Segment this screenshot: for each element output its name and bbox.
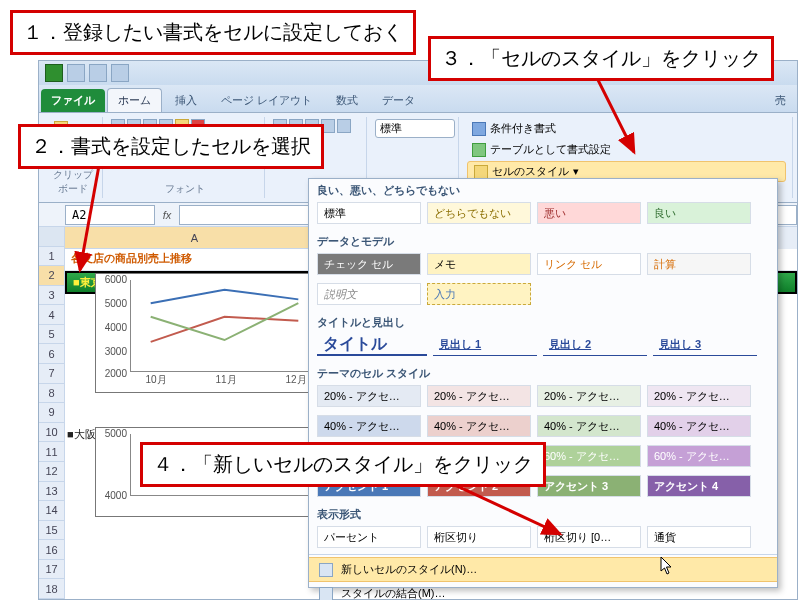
format-as-table-label: テーブルとして書式設定 bbox=[490, 142, 611, 157]
number-format-dropdown[interactable]: 標準 bbox=[375, 119, 455, 138]
style-standard[interactable]: 標準 bbox=[317, 202, 421, 224]
style-input[interactable]: 入力 bbox=[427, 283, 531, 305]
gallery-footer: 新しいセルのスタイル(N)… スタイルの結合(M)… bbox=[309, 554, 777, 600]
conditional-formatting-button[interactable]: 条件付き書式 bbox=[467, 119, 786, 138]
fx-icon[interactable]: fx bbox=[155, 209, 179, 221]
style-accent-20[interactable]: 20% - アクセ… bbox=[317, 385, 421, 407]
style-accent-3[interactable]: アクセント 3 bbox=[537, 475, 641, 497]
chart-lines bbox=[131, 280, 318, 371]
row-header[interactable]: 17 bbox=[39, 560, 65, 580]
cell-styles-icon bbox=[474, 165, 488, 179]
row-header[interactable]: 11 bbox=[39, 442, 65, 462]
callout-3: ３．「セルのスタイル」をクリック bbox=[428, 36, 774, 81]
chevron-down-icon: ▾ bbox=[573, 165, 579, 178]
style-calc[interactable]: 計算 bbox=[647, 253, 751, 275]
style-accent-20[interactable]: 20% - アクセ… bbox=[537, 385, 641, 407]
style-accent-20[interactable]: 20% - アクセ… bbox=[647, 385, 751, 407]
style-percent[interactable]: パーセント bbox=[317, 526, 421, 548]
row-header[interactable]: 5 bbox=[39, 325, 65, 345]
undo-icon[interactable] bbox=[89, 64, 107, 82]
callout-1: １．登録したい書式をセルに設定しておく bbox=[10, 10, 416, 55]
style-accent-60[interactable]: 60% - アクセ… bbox=[537, 445, 641, 467]
cell-styles-gallery: 良い、悪い、どちらでもない 標準 どちらでもない 悪い 良い データとモデル チ… bbox=[308, 178, 778, 588]
row-header[interactable]: 3 bbox=[39, 286, 65, 306]
merge-style-icon bbox=[319, 587, 333, 601]
name-box[interactable]: A2 bbox=[65, 205, 155, 225]
tab-data[interactable]: データ bbox=[371, 88, 426, 112]
style-comma-0[interactable]: 桁区切り [0… bbox=[537, 526, 641, 548]
style-comma[interactable]: 桁区切り bbox=[427, 526, 531, 548]
style-neutral[interactable]: どちらでもない bbox=[427, 202, 531, 224]
mouse-cursor bbox=[660, 556, 674, 576]
tab-insert[interactable]: 挿入 bbox=[164, 88, 208, 112]
conditional-format-label: 条件付き書式 bbox=[490, 121, 556, 136]
row-header[interactable]: 4 bbox=[39, 305, 65, 325]
row-header[interactable]: 13 bbox=[39, 482, 65, 502]
style-explanation[interactable]: 説明文 bbox=[317, 283, 421, 305]
style-link-cell[interactable]: リンク セル bbox=[537, 253, 641, 275]
row-header[interactable]: 9 bbox=[39, 403, 65, 423]
row-header[interactable]: 6 bbox=[39, 344, 65, 364]
style-accent-20[interactable]: 20% - アクセ… bbox=[427, 385, 531, 407]
row-header[interactable]: 18 bbox=[39, 579, 65, 599]
merge-icon[interactable] bbox=[337, 119, 351, 133]
style-memo[interactable]: メモ bbox=[427, 253, 531, 275]
row-header[interactable]: 1 bbox=[39, 247, 65, 267]
style-good[interactable]: 良い bbox=[647, 202, 751, 224]
row-header[interactable]: 10 bbox=[39, 423, 65, 443]
row-header[interactable]: 15 bbox=[39, 521, 65, 541]
gallery-section-header: データとモデル bbox=[309, 230, 777, 251]
gallery-section-header: テーマのセル スタイル bbox=[309, 362, 777, 383]
callout-2: ２．書式を設定したセルを選択 bbox=[18, 124, 324, 169]
ribbon-group-label: クリップボード bbox=[49, 168, 96, 196]
conditional-format-icon bbox=[472, 122, 486, 136]
style-check-cell[interactable]: チェック セル bbox=[317, 253, 421, 275]
redo-icon[interactable] bbox=[111, 64, 129, 82]
tab-home[interactable]: ホーム bbox=[107, 88, 162, 112]
new-cell-style-label: 新しいセルのスタイル(N)… bbox=[341, 562, 477, 577]
style-accent-60[interactable]: 60% - アクセ… bbox=[647, 445, 751, 467]
new-style-icon bbox=[319, 563, 333, 577]
save-icon[interactable] bbox=[67, 64, 85, 82]
style-accent-40[interactable]: 40% - アクセ… bbox=[317, 415, 421, 437]
ribbon-group-label: フォント bbox=[111, 182, 258, 196]
merge-styles-label: スタイルの結合(M)… bbox=[341, 586, 446, 600]
tab-file[interactable]: ファイル bbox=[41, 89, 105, 112]
row-header[interactable]: 12 bbox=[39, 462, 65, 482]
tab-formulas[interactable]: 数式 bbox=[325, 88, 369, 112]
excel-icon bbox=[45, 64, 63, 82]
style-heading-2[interactable]: 見出し 2 bbox=[543, 334, 647, 356]
gallery-section-header: 良い、悪い、どちらでもない bbox=[309, 179, 777, 200]
style-currency[interactable]: 通貨 bbox=[647, 526, 751, 548]
style-accent-4[interactable]: アクセント 4 bbox=[647, 475, 751, 497]
style-accent-40[interactable]: 40% - アクセ… bbox=[427, 415, 531, 437]
table-icon bbox=[472, 143, 486, 157]
embedded-chart-1[interactable]: 6000 5000 4000 3000 2000 10月 11月 12月 bbox=[95, 273, 325, 393]
row-header[interactable]: 8 bbox=[39, 384, 65, 404]
tab-page-layout[interactable]: ページ レイアウト bbox=[210, 88, 323, 112]
row-header[interactable]: 7 bbox=[39, 364, 65, 384]
tab-truncated: 売 bbox=[764, 88, 797, 112]
new-cell-style-menu-item[interactable]: 新しいセルのスタイル(N)… bbox=[309, 557, 777, 582]
style-heading-3[interactable]: 見出し 3 bbox=[653, 334, 757, 356]
gallery-section-header: タイトルと見出し bbox=[309, 311, 777, 332]
style-bad[interactable]: 悪い bbox=[537, 202, 641, 224]
style-title[interactable]: タイトル bbox=[317, 334, 427, 356]
row-headers: 1 2 3 4 5 6 7 8 9 10 11 12 13 14 15 16 1… bbox=[39, 227, 65, 599]
number-format-label: 標準 bbox=[380, 121, 402, 136]
cell-styles-label: セルのスタイル bbox=[492, 164, 569, 179]
merge-styles-menu-item[interactable]: スタイルの結合(M)… bbox=[309, 582, 777, 600]
style-heading-1[interactable]: 見出し 1 bbox=[433, 334, 537, 356]
row-header[interactable]: 2 bbox=[39, 266, 65, 286]
row-header[interactable]: 14 bbox=[39, 501, 65, 521]
style-accent-40[interactable]: 40% - アクセ… bbox=[537, 415, 641, 437]
format-as-table-button[interactable]: テーブルとして書式設定 bbox=[467, 140, 786, 159]
callout-4: ４．「新しいセルのスタイル」をクリック bbox=[140, 442, 546, 487]
column-header[interactable]: A bbox=[65, 227, 325, 249]
ribbon-tabs: ファイル ホーム 挿入 ページ レイアウト 数式 データ 売 bbox=[39, 85, 797, 113]
style-accent-40[interactable]: 40% - アクセ… bbox=[647, 415, 751, 437]
row-header[interactable]: 16 bbox=[39, 540, 65, 560]
gallery-section-header: 表示形式 bbox=[309, 503, 777, 524]
select-all-corner[interactable] bbox=[39, 227, 65, 247]
chart-axis: 6000 5000 4000 3000 2000 10月 11月 12月 bbox=[130, 280, 318, 372]
